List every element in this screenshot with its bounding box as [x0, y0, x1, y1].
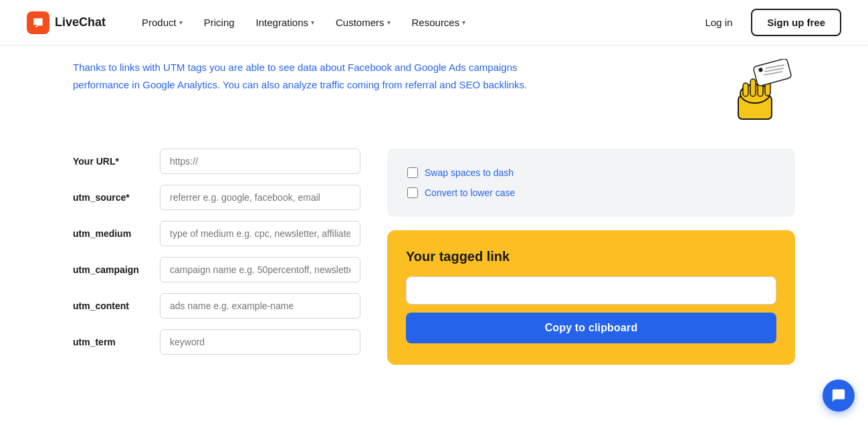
tagged-link-input[interactable] [406, 276, 776, 305]
checkbox-row-spaces: Swap spaces to dash [407, 167, 775, 178]
chevron-down-icon: ▾ [179, 19, 183, 26]
form-left: Your URL* utm_source* utm_medium utm_cam… [73, 149, 360, 365]
label-campaign: utm_campaign [73, 264, 160, 275]
swap-spaces-checkbox[interactable] [407, 167, 418, 178]
form-row-source: utm_source* [73, 185, 360, 210]
signup-button[interactable]: Sign up free [751, 9, 841, 36]
tagged-link-panel: Your tagged link Copy to clipboard [387, 230, 795, 365]
navigation: LiveChat Product ▾ Pricing Integrations … [0, 0, 868, 46]
checkbox-row-case: Convert to lower case [407, 187, 775, 198]
label-source: utm_source* [73, 192, 160, 203]
description-text: Thanks to links with UTM tags you are ab… [73, 59, 528, 93]
logo-text: LiveChat [55, 15, 106, 29]
illustration [715, 59, 795, 129]
nav-label-integrations: Integrations [256, 17, 308, 28]
input-term[interactable] [160, 329, 360, 355]
nav-actions: Log in Sign up free [697, 9, 841, 36]
svg-rect-3 [750, 79, 756, 96]
input-content[interactable] [160, 293, 360, 319]
form-row-campaign: utm_campaign [73, 257, 360, 282]
swap-spaces-label[interactable]: Swap spaces to dash [425, 167, 514, 178]
nav-links: Product ▾ Pricing Integrations ▾ Custome… [132, 11, 697, 33]
nav-item-product[interactable]: Product ▾ [132, 11, 192, 33]
input-source[interactable] [160, 185, 360, 210]
tagged-link-title: Your tagged link [406, 249, 776, 264]
lower-case-checkbox[interactable] [407, 187, 418, 198]
nav-item-customers[interactable]: Customers ▾ [326, 11, 400, 33]
svg-rect-6 [753, 59, 792, 86]
nav-label-pricing: Pricing [204, 17, 235, 28]
form-row-medium: utm_medium [73, 221, 360, 246]
input-url[interactable] [160, 149, 360, 174]
label-url: Your URL* [73, 156, 160, 167]
login-button[interactable]: Log in [697, 11, 740, 33]
nav-item-integrations[interactable]: Integrations ▾ [247, 11, 324, 33]
main-content: Thanks to links with UTM tags you are ab… [33, 46, 835, 406]
form-area: Your URL* utm_source* utm_medium utm_cam… [73, 149, 795, 365]
options-panel: Swap spaces to dash Convert to lower cas… [387, 149, 795, 217]
form-row-content: utm_content [73, 293, 360, 319]
description-section: Thanks to links with UTM tags you are ab… [73, 59, 795, 129]
chevron-down-icon: ▾ [387, 19, 391, 26]
chevron-down-icon: ▾ [311, 19, 314, 26]
form-row-url: Your URL* [73, 149, 360, 174]
copy-to-clipboard-button[interactable]: Copy to clipboard [406, 313, 776, 343]
chevron-down-icon: ▾ [462, 19, 465, 26]
label-medium: utm_medium [73, 228, 160, 239]
chat-bubble-button[interactable] [823, 379, 855, 406]
lower-case-label[interactable]: Convert to lower case [425, 187, 515, 198]
nav-label-resources: Resources [412, 17, 460, 28]
form-right: Swap spaces to dash Convert to lower cas… [387, 149, 795, 365]
logo[interactable]: LiveChat [27, 11, 106, 34]
input-medium[interactable] [160, 221, 360, 246]
label-content: utm_content [73, 301, 160, 311]
input-campaign[interactable] [160, 257, 360, 282]
nav-label-product: Product [142, 17, 177, 28]
nav-label-customers: Customers [336, 17, 385, 28]
label-term: utm_term [73, 337, 160, 347]
form-row-term: utm_term [73, 329, 360, 355]
nav-item-pricing[interactable]: Pricing [195, 11, 244, 33]
logo-icon [27, 11, 49, 34]
nav-item-resources[interactable]: Resources ▾ [403, 11, 475, 33]
svg-rect-2 [743, 83, 748, 96]
